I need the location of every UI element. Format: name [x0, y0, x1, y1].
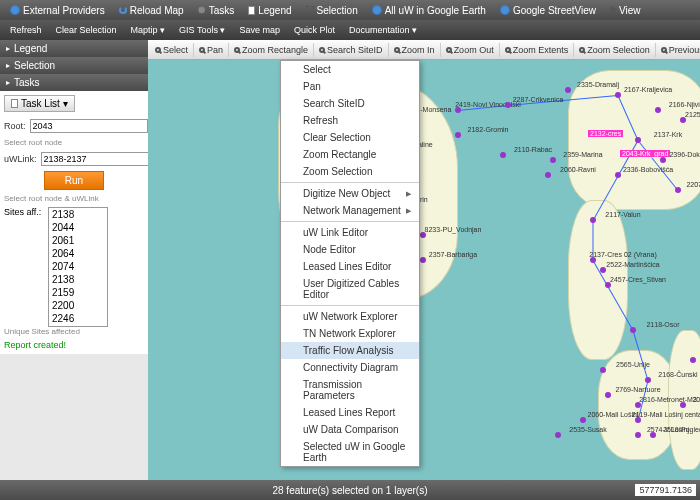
menu-transmission-parameters[interactable]: Transmission Parameters	[281, 376, 419, 404]
network-node[interactable]	[655, 107, 661, 113]
network-node[interactable]	[550, 157, 556, 163]
list-item[interactable]: 2200	[49, 299, 107, 312]
network-node[interactable]	[615, 172, 621, 178]
panel-tasks[interactable]: Tasks	[0, 74, 148, 91]
toolbar-view[interactable]: View	[604, 3, 647, 18]
panel-selection[interactable]: Selection	[0, 57, 148, 74]
toolbar2-quick-plot[interactable]: Quick Plot	[288, 23, 341, 37]
network-node[interactable]	[600, 367, 606, 373]
network-node[interactable]	[635, 137, 641, 143]
toolbar-tasks[interactable]: Tasks	[192, 3, 241, 18]
maptool-search-siteid[interactable]: Search SiteID	[314, 43, 389, 57]
network-node[interactable]	[680, 402, 686, 408]
network-node[interactable]	[545, 172, 551, 178]
network-node[interactable]	[455, 107, 461, 113]
network-node[interactable]	[675, 187, 681, 193]
network-node[interactable]	[565, 87, 571, 93]
toolbar2-gis-tools-[interactable]: GIS Tools ▾	[173, 23, 231, 37]
menu-search-siteid[interactable]: Search SiteID	[281, 95, 419, 112]
network-node[interactable]	[630, 327, 636, 333]
menu-connectivity-diagram[interactable]: Connectivity Diagram	[281, 359, 419, 376]
menu-zoom-selection[interactable]: Zoom Selection	[281, 163, 419, 180]
network-node[interactable]	[660, 157, 666, 163]
maptool-zoom-in[interactable]: Zoom In	[389, 43, 441, 57]
menu-uw-network-explorer[interactable]: uW Network Explorer	[281, 308, 419, 325]
network-node[interactable]	[420, 257, 426, 263]
network-node[interactable]	[605, 282, 611, 288]
tool-icon	[234, 47, 240, 53]
maptool-zoom-out[interactable]: Zoom Out	[441, 43, 500, 57]
toolbar2-save-map[interactable]: Save map	[233, 23, 286, 37]
toolbar2-maptip-[interactable]: Maptip ▾	[125, 23, 172, 37]
list-item[interactable]: 2246	[49, 312, 107, 325]
toolbar-selection[interactable]: Selection	[300, 3, 364, 18]
network-node[interactable]	[590, 217, 596, 223]
menu-zoom-rectangle[interactable]: Zoom Rectangle	[281, 146, 419, 163]
maptool-select[interactable]: Select	[150, 43, 194, 57]
network-node[interactable]	[420, 232, 426, 238]
list-item[interactable]: 2074	[49, 260, 107, 273]
sites-list[interactable]: 2138204420612064207421382159220022462270…	[48, 207, 108, 327]
network-node[interactable]	[635, 417, 641, 423]
menu-uw-data-comparison[interactable]: uW Data Comparison	[281, 421, 419, 438]
toolbar-google-streetview[interactable]: Google StreetView	[494, 3, 602, 18]
menu-node-editor[interactable]: Node Editor	[281, 241, 419, 258]
network-node[interactable]	[600, 267, 606, 273]
network-node[interactable]	[505, 102, 511, 108]
toolbar2-documentation-[interactable]: Documentation ▾	[343, 23, 423, 37]
menu-traffic-flow-analysis[interactable]: Traffic Flow Analysis	[281, 342, 419, 359]
list-item[interactable]: 2138	[49, 208, 107, 221]
network-node[interactable]	[555, 432, 561, 438]
toolbar-external-providers[interactable]: External Providers	[4, 3, 111, 18]
maptool-zoom-selection[interactable]: Zoom Selection	[574, 43, 656, 57]
menu-leased-lines-editor[interactable]: Leased Lines Editor	[281, 258, 419, 275]
menu-refresh[interactable]: Refresh	[281, 112, 419, 129]
toolbar-legend[interactable]: Legend	[242, 3, 297, 18]
network-node[interactable]	[680, 117, 686, 123]
uwlink-input[interactable]	[41, 152, 159, 166]
maptool-previous[interactable]: Previous	[656, 43, 700, 57]
menu-uw-link-editor[interactable]: uW Link Editor	[281, 224, 419, 241]
report-link[interactable]: Report created!	[4, 340, 144, 350]
highlighted-node[interactable]: 2043-Krk_grad	[620, 150, 670, 157]
network-node[interactable]	[690, 357, 696, 363]
network-node[interactable]	[500, 152, 506, 158]
network-node[interactable]	[635, 432, 641, 438]
map-area[interactable]: SelectPanZoom RectangleSearch SiteIDZoom…	[148, 40, 700, 480]
toolbar2-refresh[interactable]: Refresh	[4, 23, 48, 37]
network-node[interactable]	[635, 402, 641, 408]
maptool-zoom-rectangle[interactable]: Zoom Rectangle	[229, 43, 314, 57]
menu-digitize-new-object[interactable]: Digitize New Object▶	[281, 185, 419, 202]
maptool-pan[interactable]: Pan	[194, 43, 229, 57]
menu-tn-network-explorer[interactable]: TN Network Explorer	[281, 325, 419, 342]
menu-pan[interactable]: Pan	[281, 78, 419, 95]
network-node[interactable]	[650, 432, 656, 438]
menu-clear-selection[interactable]: Clear Selection	[281, 129, 419, 146]
network-node[interactable]	[645, 377, 651, 383]
menu-user-digitized-cables-editor[interactable]: User Digitized Cables Editor	[281, 275, 419, 303]
list-item[interactable]: 2159	[49, 286, 107, 299]
node-label: 2287-Crikvenica	[513, 96, 564, 103]
list-item[interactable]: 2138	[49, 273, 107, 286]
network-node[interactable]	[590, 257, 596, 263]
root-input[interactable]	[30, 119, 148, 133]
list-item[interactable]: 2044	[49, 221, 107, 234]
toolbar-all-uw-in-google-earth[interactable]: All uW in Google Earth	[366, 3, 492, 18]
panel-legend[interactable]: Legend	[0, 40, 148, 57]
menu-network-management[interactable]: Network Management▶	[281, 202, 419, 219]
menu-select[interactable]: Select	[281, 61, 419, 78]
network-node[interactable]	[615, 92, 621, 98]
run-button[interactable]: Run	[44, 171, 104, 190]
toolbar2-clear-selection[interactable]: Clear Selection	[50, 23, 123, 37]
list-item[interactable]: 2064	[49, 247, 107, 260]
maptool-zoom-extents[interactable]: Zoom Extents	[500, 43, 575, 57]
network-node[interactable]	[605, 392, 611, 398]
network-node[interactable]	[455, 132, 461, 138]
network-node[interactable]	[580, 417, 586, 423]
menu-selected-uw-in-google-earth[interactable]: Selected uW in Google Earth	[281, 438, 419, 466]
list-item[interactable]: 2061	[49, 234, 107, 247]
menu-leased-lines-report[interactable]: Leased Lines Report	[281, 404, 419, 421]
highlighted-node[interactable]: 2132-cres	[588, 130, 623, 137]
tasklist-button[interactable]: Task List ▾	[4, 95, 75, 112]
toolbar-reload-map[interactable]: Reload Map	[113, 3, 190, 18]
